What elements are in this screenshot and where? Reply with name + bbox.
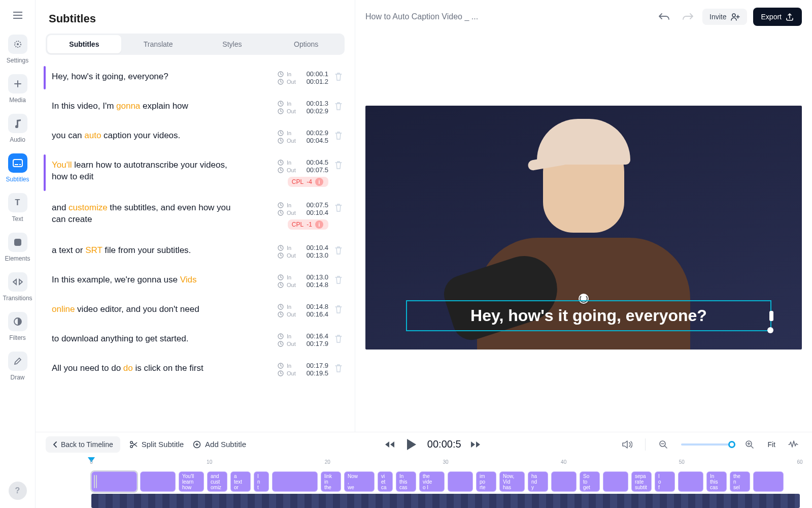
delete-subtitle-button[interactable] — [334, 161, 346, 170]
help-button[interactable]: ? — [9, 482, 27, 500]
subtitle-times: In00:02.9Out00:04.5 — [250, 129, 328, 144]
subtitles-list[interactable]: Hey, how's it going, everyone?In00:00.1O… — [36, 60, 355, 432]
tab-options[interactable]: Options — [269, 35, 343, 53]
timeline-clip[interactable]: I n t — [254, 471, 269, 492]
subtitle-text[interactable]: you can auto caption your videos. — [52, 129, 244, 142]
subtitle-row[interactable]: In this example, we're gonna use VidsIn0… — [48, 266, 346, 296]
volume-button[interactable] — [619, 436, 636, 453]
subtitle-row[interactable]: All you need to do do is click on the fi… — [48, 355, 346, 384]
subtitle-text[interactable]: a text or SRT file from your subtitles. — [52, 244, 244, 257]
cpl-warning: CPL -4 i — [288, 177, 328, 187]
timeline-clip[interactable]: im po rte — [476, 471, 496, 492]
delete-subtitle-button[interactable] — [334, 102, 346, 111]
export-button[interactable]: Export — [753, 8, 802, 26]
redo-button[interactable] — [679, 8, 696, 25]
split-subtitle-button[interactable]: Split Subtitle — [129, 440, 184, 449]
delete-subtitle-button[interactable] — [334, 305, 346, 314]
delete-subtitle-button[interactable] — [334, 203, 346, 212]
subtitle-row[interactable]: Hey, how's it going, everyone?In00:00.1O… — [48, 63, 346, 92]
sidebar-item-media[interactable]: Media — [4, 69, 32, 109]
timeline-clip[interactable] — [140, 471, 176, 492]
subtitle-text[interactable]: and customize the subtitles, and even ho… — [52, 201, 244, 226]
timeline-clip[interactable] — [91, 471, 137, 492]
timeline-clip[interactable] — [753, 471, 784, 492]
subtitle-row[interactable]: You'll learn how to autotranscribe your … — [48, 151, 346, 194]
timeline-clip[interactable]: sepa rate subtit — [631, 471, 652, 492]
back-to-timeline-button[interactable]: Back to Timeline — [46, 436, 120, 453]
timeline-clip[interactable]: So to get — [580, 471, 600, 492]
subtitle-row[interactable]: a text or SRT file from your subtitles.I… — [48, 237, 346, 266]
timeline-clip[interactable] — [551, 471, 577, 492]
delete-subtitle-button[interactable] — [334, 72, 346, 81]
timeline-tracks[interactable]: 0102030405060 You'll learn howand cust o… — [36, 456, 812, 508]
zoom-in-button[interactable] — [741, 436, 758, 453]
subtitle-times: In00:01.3Out00:02.9 — [250, 100, 328, 115]
play-button[interactable] — [404, 437, 418, 452]
subtitle-row[interactable]: online video editor, and you don't needI… — [48, 296, 346, 325]
timeline-clip[interactable]: You'll learn how — [179, 471, 204, 492]
delete-subtitle-button[interactable] — [334, 364, 346, 373]
project-title[interactable]: How to Auto Caption Video _ ... — [365, 12, 650, 21]
timeline-clip[interactable]: link in the — [321, 471, 341, 492]
subtitle-text[interactable]: to download anything to get started. — [52, 332, 244, 345]
subtitle-text[interactable]: In this example, we're gonna use Vids — [52, 273, 244, 286]
skip-forward-button[interactable] — [470, 440, 481, 449]
subtitle-track[interactable]: You'll learn howand cust omiza text orI … — [91, 471, 800, 492]
tab-subtitles[interactable]: Subtitles — [47, 35, 121, 53]
zoom-slider[interactable] — [681, 443, 732, 446]
subtitle-text[interactable]: In this video, I'm gonna explain how — [52, 100, 244, 112]
video-track[interactable] — [91, 494, 800, 508]
add-subtitle-button[interactable]: Add Subtitle — [193, 440, 246, 449]
timeline-clip[interactable]: vi et ca — [378, 471, 393, 492]
timeline-clip[interactable]: Now , we — [344, 471, 375, 492]
subtitle-text[interactable]: All you need to do do is click on the fi… — [52, 362, 244, 374]
timeline-clip[interactable]: Now, Vid has — [499, 471, 525, 492]
sidebar-item-filters[interactable]: Filters — [4, 307, 32, 346]
delete-subtitle-button[interactable] — [334, 131, 346, 140]
subtitle-row[interactable]: and customize the subtitles, and even ho… — [48, 194, 346, 237]
delete-subtitle-button[interactable] — [334, 275, 346, 284]
sidebar-item-transitions[interactable]: Transitions — [4, 267, 32, 307]
delete-subtitle-button[interactable] — [334, 246, 346, 255]
subtitle-text[interactable]: online video editor, and you don't need — [52, 303, 244, 315]
svg-rect-5 — [14, 239, 21, 246]
timeline-clip[interactable] — [272, 471, 318, 492]
resize-handle-corner[interactable] — [767, 327, 773, 333]
video-preview[interactable]: Hey, how's it going, everyone? — [365, 106, 802, 350]
invite-button[interactable]: Invite — [702, 9, 747, 25]
add-user-icon — [731, 13, 740, 21]
timeline-clip[interactable]: I o f — [655, 471, 675, 492]
resize-handle-right[interactable] — [769, 311, 773, 321]
tab-styles[interactable]: Styles — [195, 35, 269, 53]
subtitle-row[interactable]: you can auto caption your videos.In00:02… — [48, 122, 346, 151]
subtitle-row[interactable]: to download anything to get started.In00… — [48, 325, 346, 355]
timeline-clip[interactable]: a text or — [230, 471, 251, 492]
fit-button[interactable]: Fit — [767, 440, 775, 449]
subtitle-row[interactable]: In this video, I'm gonna explain howIn00… — [48, 92, 346, 122]
hamburger-icon[interactable] — [11, 8, 25, 22]
timeline-clip[interactable] — [448, 471, 473, 492]
sidebar-item-settings[interactable]: Settings — [4, 29, 32, 69]
tab-translate[interactable]: Translate — [121, 35, 195, 53]
sidebar-item-draw[interactable]: Draw — [4, 346, 32, 386]
timeline-clip[interactable] — [603, 471, 628, 492]
sidebar-item-elements[interactable]: Elements — [4, 228, 32, 267]
sidebar-item-audio[interactable]: Audio — [4, 109, 32, 148]
timeline-clip[interactable]: the vide o I — [419, 471, 445, 492]
timeline-clip[interactable] — [678, 471, 703, 492]
timeline-clip[interactable]: In this cas — [396, 471, 416, 492]
sidebar-item-subtitles[interactable]: Subtitles — [4, 148, 32, 188]
sidebar-item-text[interactable]: TText — [4, 188, 32, 228]
timeline-clip[interactable]: the n sel — [730, 471, 750, 492]
zoom-out-button[interactable] — [655, 436, 672, 453]
delete-subtitle-button[interactable] — [334, 334, 346, 343]
caption-overlay[interactable]: Hey, how's it going, everyone? — [406, 300, 771, 331]
waveform-button[interactable] — [785, 436, 802, 453]
subtitle-text[interactable]: Hey, how's it going, everyone? — [52, 70, 244, 83]
undo-button[interactable] — [656, 8, 673, 25]
timeline-clip[interactable]: In this cas — [706, 471, 727, 492]
timeline-clip[interactable]: and cust omiz — [207, 471, 227, 492]
subtitle-text[interactable]: You'll learn how to autotranscribe your … — [52, 158, 244, 183]
timeline-clip[interactable]: ha nd y — [528, 471, 548, 492]
skip-back-button[interactable] — [385, 440, 395, 449]
